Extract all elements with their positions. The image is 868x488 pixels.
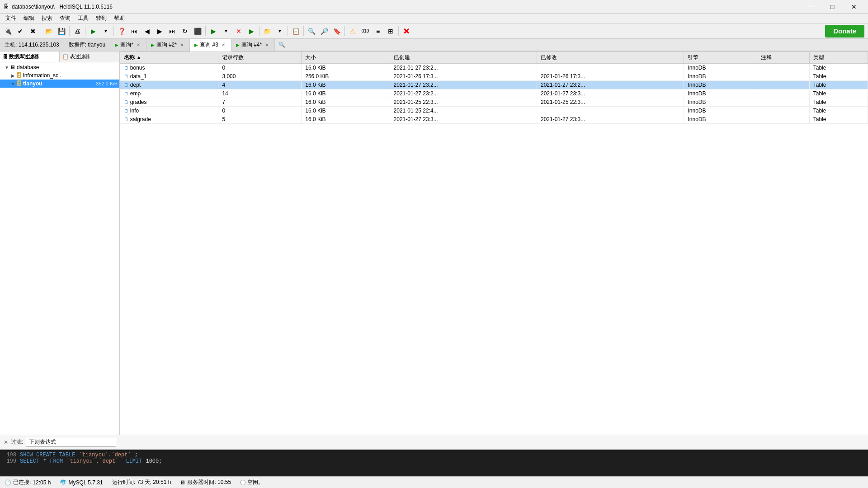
cell-modified xyxy=(537,107,684,115)
tb-folder[interactable]: 📁 xyxy=(261,25,273,37)
tb-cancel[interactable]: ✕ xyxy=(233,25,245,37)
tb-search1[interactable]: 🔍 xyxy=(306,25,317,37)
tb-bookmark[interactable]: 🔖 xyxy=(331,25,343,37)
tb-sep-5 xyxy=(205,26,206,36)
tb-new-conn[interactable]: 🔌 xyxy=(2,25,14,37)
col-size[interactable]: 大小 xyxy=(302,52,390,64)
menu-search[interactable]: 搜索 xyxy=(38,14,56,23)
cell-comment xyxy=(757,64,809,72)
col-type[interactable]: 类型 xyxy=(809,52,868,64)
sidebar-tab-table-filter[interactable]: 📋 表过滤器 xyxy=(60,52,119,62)
col-comment[interactable]: 注释 xyxy=(757,52,809,64)
table-row[interactable]: 🗒 data_1 3,000 256.0 KiB 2021-01-26 17:3… xyxy=(120,72,868,81)
menu-tools[interactable]: 工具 xyxy=(74,14,92,23)
col-engine[interactable]: 引擎 xyxy=(684,52,757,64)
cell-modified: 2021-01-27 23:3... xyxy=(537,115,684,124)
tb-search2[interactable]: 🔎 xyxy=(318,25,330,37)
tab-query4[interactable]: ▶ 查询 #4* ✕ xyxy=(231,38,275,51)
tab-query2[interactable]: ▶ 查询 #2* ✕ xyxy=(146,38,190,51)
tb-next[interactable]: ▶ xyxy=(154,25,165,37)
table-icon: 🗒 xyxy=(124,99,129,105)
tb-disconnect[interactable]: ✔ xyxy=(14,25,26,37)
tab-query3[interactable]: ▶ 查询 #3 ✕ xyxy=(190,39,231,52)
tab-query1-close[interactable]: ✕ xyxy=(135,42,142,48)
menu-file[interactable]: 文件 xyxy=(2,14,20,23)
tb-run2-drop[interactable]: ▼ xyxy=(220,25,232,37)
tb-folder-drop[interactable]: ▼ xyxy=(274,25,286,37)
tb-code[interactable]: 010 xyxy=(359,25,371,37)
table-row[interactable]: 🗒 bonus 0 16.0 KiB 2021-01-27 23:2... In… xyxy=(120,64,868,72)
tb-first[interactable]: ⏮ xyxy=(128,25,140,37)
tree-node-database[interactable]: ▼ 🖥 database xyxy=(0,63,119,71)
tb-prev[interactable]: ◀ xyxy=(141,25,153,37)
tb-close-conn[interactable]: ✖ xyxy=(27,25,39,37)
col-name[interactable]: 名称 ▲ xyxy=(120,52,218,64)
col-modified[interactable]: 已修改 xyxy=(537,52,684,64)
idle-dot xyxy=(240,480,245,485)
cell-name: 🗒 dept xyxy=(120,81,218,89)
tab-search-icon[interactable]: 🔍 xyxy=(275,40,289,50)
menu-bar: 文件 编辑 搜索 查询 工具 转到 帮助 xyxy=(0,14,868,23)
minimize-button[interactable]: ─ xyxy=(800,0,821,14)
menu-edit[interactable]: 编辑 xyxy=(20,14,38,23)
tab-query2-close[interactable]: ✕ xyxy=(179,42,185,48)
table-row[interactable]: 🗒 grades 7 16.0 KiB 2021-01-25 22:3... 2… xyxy=(120,98,868,107)
status-server-time: 🖥 服务器时间: 10:55 xyxy=(180,479,231,486)
donate-button[interactable]: Donate xyxy=(825,25,864,38)
expand-info[interactable]: ▶ xyxy=(10,73,16,78)
tab-query1[interactable]: ▶ 查询* ✕ xyxy=(110,38,146,51)
cell-modified: 2021-01-27 23:3... xyxy=(537,89,684,98)
table-icon: 🗒 xyxy=(124,82,129,88)
cell-comment xyxy=(757,115,809,124)
sql-editor[interactable]: 198 SHOW CREATE TABLE `tianyou`.`dept` ;… xyxy=(0,449,868,476)
col-rows[interactable]: 记录行数 xyxy=(218,52,302,64)
col-created[interactable]: 已创建 xyxy=(390,52,537,64)
tb-print[interactable]: 🖨 xyxy=(71,25,83,37)
tree-node-tianyou[interactable]: ▼ 🗄 tianyou 352.0 KiB xyxy=(0,80,119,88)
tab-query3-close[interactable]: ✕ xyxy=(220,42,226,48)
tb-run[interactable]: ▶ xyxy=(87,25,99,37)
table-row[interactable]: 🗒 dept 4 16.0 KiB 2021-01-27 23:2... 202… xyxy=(120,81,868,89)
tab-query4-close[interactable]: ✕ xyxy=(264,42,270,48)
table-row[interactable]: 🗒 info 0 16.0 KiB 2021-01-25 22:4... Inn… xyxy=(120,107,868,115)
tb-run3[interactable]: ▶ xyxy=(245,25,257,37)
menu-goto[interactable]: 转到 xyxy=(92,14,110,23)
tab-bar: 主机: 114.116.235.103 数据库: tianyou ▶ 查询* ✕… xyxy=(0,39,868,52)
tb-last[interactable]: ⏭ xyxy=(166,25,178,37)
sidebar-tab-db-filter[interactable]: 🗄 数据库过滤器 xyxy=(0,52,60,62)
filter-close-btn[interactable]: ✕ xyxy=(4,439,8,446)
tb-close2[interactable]: 🗙 xyxy=(401,25,412,37)
tb-save[interactable]: 💾 xyxy=(56,25,67,37)
tb-refresh[interactable]: ↻ xyxy=(179,25,191,37)
tb-list[interactable]: ≡ xyxy=(372,25,384,37)
tree-node-information-sc[interactable]: ▶ 🗄 information_sc... xyxy=(0,71,119,80)
menu-help[interactable]: 帮助 xyxy=(110,14,128,23)
sql-line-199: 199 SELECT * FROM `tianyou`.`dept` LIMIT… xyxy=(4,458,864,465)
expand-database[interactable]: ▼ xyxy=(4,65,10,70)
table-row[interactable]: 🗒 emp 14 16.0 KiB 2021-01-27 23:2... 202… xyxy=(120,89,868,98)
table-row[interactable]: 🗒 salgrade 5 16.0 KiB 2021-01-27 23:3...… xyxy=(120,115,868,124)
table-body: 🗒 bonus 0 16.0 KiB 2021-01-27 23:2... In… xyxy=(120,64,868,124)
tab-db[interactable]: 数据库: tianyou xyxy=(64,38,110,51)
cell-created: 2021-01-26 17:3... xyxy=(390,72,537,81)
close-button[interactable]: ✕ xyxy=(844,0,864,14)
tb-copy[interactable]: 📋 xyxy=(290,25,302,37)
tab-db-label: 数据库: tianyou xyxy=(69,41,105,49)
filter-input[interactable] xyxy=(26,438,116,447)
tb-run-drop[interactable]: ▼ xyxy=(100,25,112,37)
tb-sep-9 xyxy=(344,26,345,36)
expand-tianyou[interactable]: ▼ xyxy=(10,81,16,86)
tb-warning[interactable]: ⚠ xyxy=(347,25,359,37)
db-type-icon: 🐬 xyxy=(60,479,66,486)
tb-open[interactable]: 📂 xyxy=(43,25,55,37)
menu-query[interactable]: 查询 xyxy=(56,14,74,23)
tb-run2[interactable]: ▶ xyxy=(208,25,219,37)
tb-grid[interactable]: ⊞ xyxy=(385,25,396,37)
tab-host[interactable]: 主机: 114.116.235.103 xyxy=(0,38,64,51)
tb-stop[interactable]: ⬛ xyxy=(192,25,203,37)
title-bar: 🗄 database\tianyou\ - HeidiSQL 11.1.0.61… xyxy=(0,0,868,14)
cell-rows: 4 xyxy=(218,81,302,89)
maximize-button[interactable]: □ xyxy=(822,0,843,14)
tb-help[interactable]: ❓ xyxy=(116,25,127,37)
tb-sep-1 xyxy=(41,26,41,36)
